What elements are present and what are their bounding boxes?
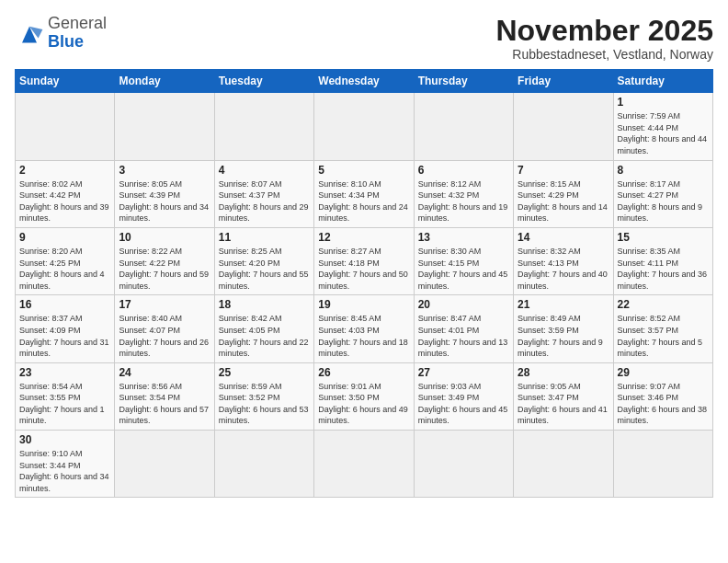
day-number: 15 [618,231,709,244]
table-row: 20Sunrise: 8:47 AM Sunset: 4:01 PM Dayli… [414,295,513,362]
day-info: Sunrise: 9:10 AM Sunset: 3:44 PM Dayligh… [19,448,110,494]
table-row: 7Sunrise: 8:15 AM Sunset: 4:29 PM Daylig… [514,160,613,227]
day-info: Sunrise: 8:17 AM Sunset: 4:27 PM Dayligh… [618,178,709,224]
day-info: Sunrise: 8:45 AM Sunset: 4:03 PM Dayligh… [318,313,409,359]
table-row: 2Sunrise: 8:02 AM Sunset: 4:42 PM Daylig… [16,160,115,227]
col-tuesday: Tuesday [214,70,313,93]
day-info: Sunrise: 8:40 AM Sunset: 4:07 PM Dayligh… [119,313,210,359]
logo-blue: Blue [48,32,84,51]
table-row: 1Sunrise: 7:59 AM Sunset: 4:44 PM Daylig… [613,93,712,160]
day-number: 25 [219,366,310,379]
day-info: Sunrise: 8:37 AM Sunset: 4:09 PM Dayligh… [19,313,110,359]
day-info: Sunrise: 8:52 AM Sunset: 3:57 PM Dayligh… [618,313,709,359]
day-number: 13 [418,231,509,244]
table-row: 5Sunrise: 8:10 AM Sunset: 4:34 PM Daylig… [314,160,414,227]
day-number: 1 [618,96,709,109]
table-row: 8Sunrise: 8:17 AM Sunset: 4:27 PM Daylig… [613,160,712,227]
col-thursday: Thursday [414,70,513,93]
day-info: Sunrise: 9:05 AM Sunset: 3:47 PM Dayligh… [518,381,609,427]
page-header: General Blue November 2025 Rubbestadnese… [15,15,713,62]
day-info: Sunrise: 8:05 AM Sunset: 4:39 PM Dayligh… [119,178,210,224]
month-title: November 2025 [495,15,713,47]
day-number: 20 [418,298,509,311]
table-row [314,93,414,160]
table-row: 14Sunrise: 8:32 AM Sunset: 4:13 PM Dayli… [514,227,613,294]
logo: General Blue [15,15,107,52]
day-info: Sunrise: 8:56 AM Sunset: 3:54 PM Dayligh… [119,381,210,427]
day-number: 7 [518,164,609,177]
col-friday: Friday [514,70,613,93]
day-info: Sunrise: 8:42 AM Sunset: 4:05 PM Dayligh… [219,313,310,359]
table-row: 28Sunrise: 9:05 AM Sunset: 3:47 PM Dayli… [514,362,613,430]
day-number: 5 [318,164,409,177]
day-number: 12 [318,231,409,244]
day-number: 26 [318,366,409,379]
day-number: 30 [19,433,110,446]
logo-text: General Blue [48,15,107,52]
day-info: Sunrise: 8:54 AM Sunset: 3:55 PM Dayligh… [19,381,110,427]
day-number: 8 [618,164,709,177]
table-row [115,93,214,160]
day-info: Sunrise: 8:32 AM Sunset: 4:13 PM Dayligh… [518,246,609,292]
table-row: 3Sunrise: 8:05 AM Sunset: 4:39 PM Daylig… [115,160,214,227]
day-number: 3 [119,164,210,177]
day-number: 22 [618,298,709,311]
table-row [514,431,613,498]
table-row [613,431,712,498]
day-number: 11 [219,231,310,244]
day-info: Sunrise: 8:47 AM Sunset: 4:01 PM Dayligh… [418,313,509,359]
table-row: 29Sunrise: 9:07 AM Sunset: 3:46 PM Dayli… [613,362,712,430]
day-number: 24 [119,366,210,379]
day-info: Sunrise: 8:59 AM Sunset: 3:52 PM Dayligh… [219,381,310,427]
day-info: Sunrise: 8:02 AM Sunset: 4:42 PM Dayligh… [19,178,110,224]
day-info: Sunrise: 8:30 AM Sunset: 4:15 PM Dayligh… [418,246,509,292]
day-info: Sunrise: 9:01 AM Sunset: 3:50 PM Dayligh… [318,381,409,427]
table-row: 16Sunrise: 8:37 AM Sunset: 4:09 PM Dayli… [16,295,115,362]
day-info: Sunrise: 8:07 AM Sunset: 4:37 PM Dayligh… [219,178,310,224]
day-number: 18 [219,298,310,311]
generalblue-logo-icon [15,22,44,44]
col-saturday: Saturday [613,70,712,93]
day-number: 10 [119,231,210,244]
day-number: 21 [518,298,609,311]
day-number: 27 [418,366,509,379]
location: Rubbestadneset, Vestland, Norway [495,47,713,62]
table-row: 26Sunrise: 9:01 AM Sunset: 3:50 PM Dayli… [314,362,414,430]
table-row: 25Sunrise: 8:59 AM Sunset: 3:52 PM Dayli… [214,362,313,430]
table-row: 13Sunrise: 8:30 AM Sunset: 4:15 PM Dayli… [414,227,513,294]
day-number: 2 [19,164,110,177]
table-row: 22Sunrise: 8:52 AM Sunset: 3:57 PM Dayli… [613,295,712,362]
day-number: 9 [19,231,110,244]
day-info: Sunrise: 8:49 AM Sunset: 3:59 PM Dayligh… [518,313,609,359]
logo-general: General [48,14,107,32]
title-block: November 2025 Rubbestadneset, Vestland, … [495,15,713,62]
table-row: 11Sunrise: 8:25 AM Sunset: 4:20 PM Dayli… [214,227,313,294]
table-row: 12Sunrise: 8:27 AM Sunset: 4:18 PM Dayli… [314,227,414,294]
table-row: 6Sunrise: 8:12 AM Sunset: 4:32 PM Daylig… [414,160,513,227]
day-info: Sunrise: 8:15 AM Sunset: 4:29 PM Dayligh… [518,178,609,224]
table-row: 30Sunrise: 9:10 AM Sunset: 3:44 PM Dayli… [16,431,115,498]
day-number: 29 [618,366,709,379]
day-info: Sunrise: 8:27 AM Sunset: 4:18 PM Dayligh… [318,246,409,292]
col-wednesday: Wednesday [314,70,414,93]
day-number: 16 [19,298,110,311]
table-row [214,93,313,160]
table-row: 10Sunrise: 8:22 AM Sunset: 4:22 PM Dayli… [115,227,214,294]
table-row [214,431,313,498]
day-number: 28 [518,366,609,379]
day-info: Sunrise: 8:22 AM Sunset: 4:22 PM Dayligh… [119,246,210,292]
table-row: 4Sunrise: 8:07 AM Sunset: 4:37 PM Daylig… [214,160,313,227]
col-monday: Monday [115,70,214,93]
day-number: 14 [518,231,609,244]
col-sunday: Sunday [16,70,115,93]
day-info: Sunrise: 9:07 AM Sunset: 3:46 PM Dayligh… [618,381,709,427]
table-row: 21Sunrise: 8:49 AM Sunset: 3:59 PM Dayli… [514,295,613,362]
table-row: 17Sunrise: 8:40 AM Sunset: 4:07 PM Dayli… [115,295,214,362]
table-row: 9Sunrise: 8:20 AM Sunset: 4:25 PM Daylig… [16,227,115,294]
day-number: 17 [119,298,210,311]
table-row [16,93,115,160]
day-info: Sunrise: 8:20 AM Sunset: 4:25 PM Dayligh… [19,246,110,292]
table-row: 19Sunrise: 8:45 AM Sunset: 4:03 PM Dayli… [314,295,414,362]
calendar-header-row: Sunday Monday Tuesday Wednesday Thursday… [16,70,713,93]
day-info: Sunrise: 8:25 AM Sunset: 4:20 PM Dayligh… [219,246,310,292]
